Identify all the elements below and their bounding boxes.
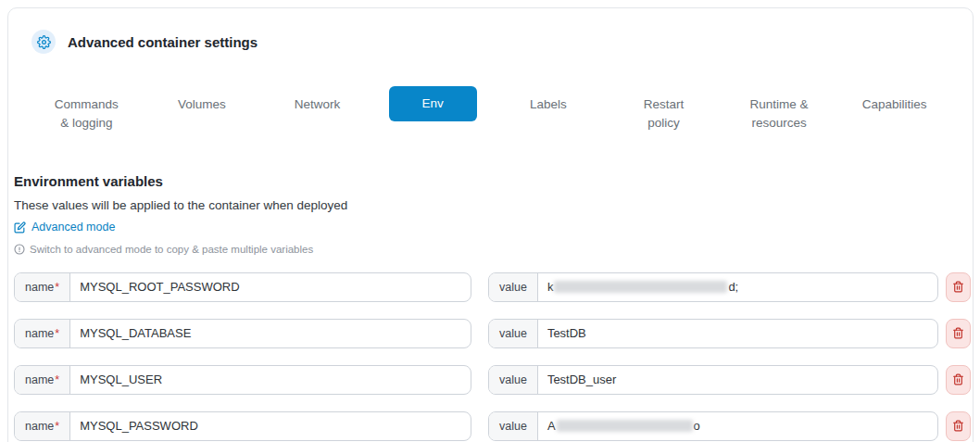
redacted-value-blur [557,420,693,432]
tab-commands-logging[interactable]: Commands & logging [29,86,144,142]
tab-runtime-resources[interactable]: Runtime & resources [722,86,837,142]
remove-variable-button[interactable] [946,411,971,441]
tab-label: Env [422,96,444,110]
env-name-group: name* MYSQL_PASSWORD [14,411,471,441]
remove-variable-button[interactable] [946,365,971,395]
tab-label: Capabilities [862,97,927,111]
info-icon [14,244,25,255]
advanced-mode-note: Switch to advanced mode to copy & paste … [14,244,971,255]
trash-icon [952,420,964,432]
advanced-mode-link[interactable]: Advanced mode [14,221,115,234]
value-visible-prefix: k [547,280,554,294]
env-section-description: These values will be applied to the cont… [14,198,971,212]
name-label: name [25,420,54,433]
env-value-group: value Ao [488,411,938,441]
env-value-addon: value [489,366,538,394]
env-value-addon: value [489,320,538,347]
tab-label: Network [295,97,341,111]
redacted-value-blur [554,281,727,293]
name-label: name [25,373,54,386]
env-name-addon: name* [15,412,70,440]
env-name-group: name* MYSQL_ROOT_PASSWORD [14,272,471,302]
required-asterisk: * [55,420,59,433]
card-header: Advanced container settings [8,8,973,54]
name-label: name [25,281,54,294]
env-name-input[interactable]: MYSQL_ROOT_PASSWORD [70,273,471,301]
env-value-addon: value [489,412,538,440]
advanced-mode-note-text: Switch to advanced mode to copy & paste … [30,244,313,255]
env-variable-row: name* MYSQL_ROOT_PASSWORD value kd; [14,272,971,302]
env-tab-pane: Environment variables These values will … [8,142,973,441]
remove-variable-button[interactable] [946,319,971,348]
tab-volumes[interactable]: Volumes [144,86,260,123]
tab-label: Volumes [178,97,226,111]
tab-restart-policy[interactable]: Restart policy [606,86,722,142]
value-visible-suffix: d; [728,280,738,294]
env-value-addon: value [489,273,538,301]
tab-label: Restart policy [644,97,685,130]
env-variable-row: name* MYSQL_USER value TestDB_user [14,365,971,395]
env-name-input[interactable]: MYSQL_DATABASE [70,320,471,347]
env-value-group: value kd; [488,272,938,302]
env-name-addon: name* [15,273,70,301]
env-name-addon: name* [15,366,70,394]
env-value-input[interactable]: TestDB_user [538,366,937,394]
env-value-group: value TestDB [488,319,938,348]
env-variable-rows: name* MYSQL_ROOT_PASSWORD value kd; name… [14,272,971,441]
env-name-addon: name* [15,320,70,347]
name-label: name [25,327,54,340]
env-name-input[interactable]: MYSQL_PASSWORD [70,412,471,440]
advanced-mode-label: Advanced mode [31,221,115,234]
tab-label: Runtime & resources [750,97,809,130]
gear-icon [31,30,56,54]
env-value-group: value TestDB_user [488,365,938,395]
value-visible-prefix: A [547,419,556,433]
env-variable-row: name* MYSQL_PASSWORD value Ao [14,411,971,441]
required-asterisk: * [55,281,59,294]
advanced-container-settings-card: Advanced container settings Commands & l… [7,7,974,442]
page-title: Advanced container settings [68,34,258,50]
tab-env[interactable]: Env [389,86,477,121]
edit-icon [14,221,26,234]
tab-capabilities[interactable]: Capabilities [836,86,952,123]
remove-variable-button[interactable] [946,272,971,302]
required-asterisk: * [55,327,59,340]
tab-label: Commands & logging [55,97,119,130]
env-section-title: Environment variables [14,173,971,189]
required-asterisk: * [55,373,59,386]
env-name-group: name* MYSQL_DATABASE [14,319,471,348]
tab-network[interactable]: Network [259,86,375,123]
env-variable-row: name* MYSQL_DATABASE value TestDB [14,319,971,348]
value-visible-suffix: o [694,419,700,433]
env-name-group: name* MYSQL_USER [14,365,471,395]
trash-icon [952,281,964,293]
settings-tabs: Commands & logging Volumes Network Env L… [29,86,952,142]
trash-icon [952,327,964,339]
trash-icon [952,373,964,385]
tab-label: Labels [530,97,567,111]
env-value-input[interactable]: TestDB [538,320,937,347]
env-value-input[interactable]: Ao [538,412,937,440]
tab-labels[interactable]: Labels [491,86,607,123]
env-name-input[interactable]: MYSQL_USER [70,366,471,394]
env-value-input[interactable]: kd; [538,273,937,301]
